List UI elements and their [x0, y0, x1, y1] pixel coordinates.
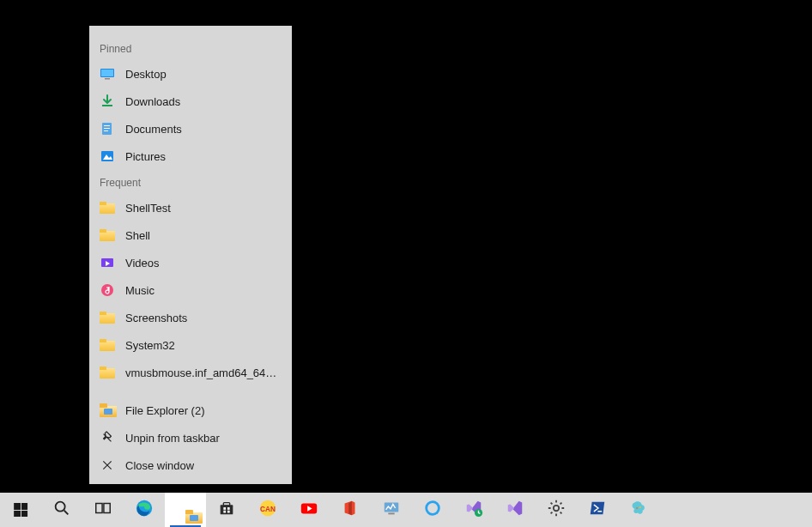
unpin-icon	[100, 430, 115, 445]
folder-icon	[100, 310, 115, 325]
downloads-icon	[100, 94, 115, 109]
frequent-item-music[interactable]: Music	[89, 276, 292, 304]
canary-button[interactable]: CAN	[247, 493, 288, 527]
edge-icon	[135, 499, 154, 521]
svg-rect-16	[104, 504, 110, 513]
cortana-button[interactable]	[412, 493, 453, 527]
pinned-item-desktop[interactable]: Desktop	[89, 60, 292, 88]
svg-point-32	[554, 506, 559, 511]
svg-rect-3	[102, 105, 112, 106]
svg-rect-22	[223, 511, 226, 513]
file-explorer-jumplist: Pinned Desktop Downloads Documents Pictu…	[89, 26, 292, 484]
office-button[interactable]	[330, 493, 371, 527]
copilot-button[interactable]	[618, 493, 659, 527]
svg-rect-18	[221, 505, 233, 514]
pinned-item-label: Documents	[125, 123, 182, 136]
frequent-item-system32[interactable]: System32	[89, 331, 292, 359]
youtube-icon	[300, 499, 318, 521]
vs-installer-button[interactable]	[453, 493, 494, 527]
frequent-item-label: vmusbmouse.inf_amd64_64ac7a0a...	[125, 366, 282, 379]
folder-icon	[100, 337, 115, 353]
cortana-icon	[423, 499, 442, 521]
frequent-item-vmusbmouse[interactable]: vmusbmouse.inf_amd64_64ac7a0a...	[89, 359, 292, 386]
svg-point-33	[636, 507, 638, 509]
documents-icon	[100, 121, 115, 136]
frequent-item-label: Shell	[125, 229, 150, 242]
file-explorer-button[interactable]	[165, 493, 206, 527]
frequent-item-label: Videos	[125, 257, 160, 270]
store-icon	[217, 499, 236, 521]
svg-rect-29	[388, 513, 394, 515]
folder-icon	[100, 200, 115, 215]
pinned-item-downloads[interactable]: Downloads	[89, 88, 292, 115]
svg-point-30	[427, 502, 439, 515]
settings-button[interactable]	[536, 493, 577, 527]
frequent-item-shelltest[interactable]: ShellTest	[89, 194, 292, 221]
frequent-item-label: Music	[125, 284, 155, 297]
task-view-icon	[94, 499, 112, 521]
task-open-file-explorer[interactable]: File Explorer (2)	[89, 397, 292, 424]
pinned-item-label: Downloads	[125, 95, 180, 108]
svg-rect-2	[105, 78, 110, 80]
diag-button[interactable]	[371, 493, 412, 527]
task-view-button[interactable]	[82, 493, 124, 527]
svg-rect-21	[227, 507, 230, 510]
svg-rect-23	[227, 511, 230, 513]
copilot-icon	[629, 499, 648, 521]
frequent-item-label: System32	[125, 339, 175, 352]
frequent-item-label: Screenshots	[125, 312, 187, 324]
folder-icon	[100, 227, 115, 243]
frequent-item-shell[interactable]: Shell	[89, 221, 292, 249]
taskbar: CAN	[0, 493, 812, 527]
videos-icon	[100, 255, 115, 270]
pinned-item-label: Desktop	[125, 68, 167, 81]
diag-icon	[382, 499, 401, 521]
frequent-item-videos[interactable]: Videos	[89, 249, 292, 276]
close-icon	[100, 457, 115, 473]
svg-rect-1	[101, 70, 113, 76]
task-unpin[interactable]: Unpin from taskbar	[89, 424, 292, 451]
svg-text:CAN: CAN	[260, 506, 276, 513]
file-explorer-icon	[100, 403, 115, 418]
store-button[interactable]	[206, 493, 247, 527]
svg-rect-6	[104, 128, 110, 129]
office-icon	[341, 499, 360, 521]
edge-button[interactable]	[124, 493, 165, 527]
visual-studio-icon	[506, 499, 524, 521]
task-label: Close window	[125, 459, 194, 472]
pinned-item-label: Pictures	[125, 150, 166, 163]
jumplist-tasks: File Explorer (2) Unpin from taskbar Clo…	[89, 390, 292, 484]
svg-rect-20	[223, 507, 226, 510]
powershell-icon	[588, 499, 607, 521]
visual-studio-button[interactable]	[494, 493, 536, 527]
vs-installer-icon	[464, 499, 483, 521]
task-label: File Explorer (2)	[125, 404, 204, 417]
powershell-button[interactable]	[577, 493, 618, 527]
svg-point-13	[56, 502, 65, 512]
svg-rect-7	[104, 130, 108, 131]
canary-icon: CAN	[258, 499, 277, 521]
folder-icon	[100, 365, 115, 380]
task-label: Unpin from taskbar	[125, 432, 220, 445]
desktop-icon	[100, 66, 115, 82]
search-icon	[52, 499, 71, 521]
svg-line-14	[64, 511, 69, 515]
task-close-window[interactable]: Close window	[89, 451, 292, 479]
youtube-button[interactable]	[288, 493, 330, 527]
frequent-item-screenshots[interactable]: Screenshots	[89, 304, 292, 331]
svg-point-34	[639, 506, 641, 508]
music-icon	[100, 282, 115, 298]
svg-rect-15	[96, 504, 102, 513]
pictures-icon	[100, 148, 115, 164]
frequent-item-label: ShellTest	[125, 202, 171, 215]
gear-icon	[547, 499, 566, 521]
pinned-item-pictures[interactable]: Pictures	[89, 142, 292, 170]
windows-logo-icon	[14, 503, 27, 517]
pinned-header: Pinned	[89, 36, 292, 60]
frequent-header: Frequent	[89, 170, 292, 194]
svg-rect-19	[223, 503, 229, 506]
pinned-item-documents[interactable]: Documents	[89, 115, 292, 142]
search-button[interactable]	[41, 493, 82, 527]
start-button[interactable]	[0, 493, 41, 527]
svg-rect-5	[104, 125, 110, 126]
